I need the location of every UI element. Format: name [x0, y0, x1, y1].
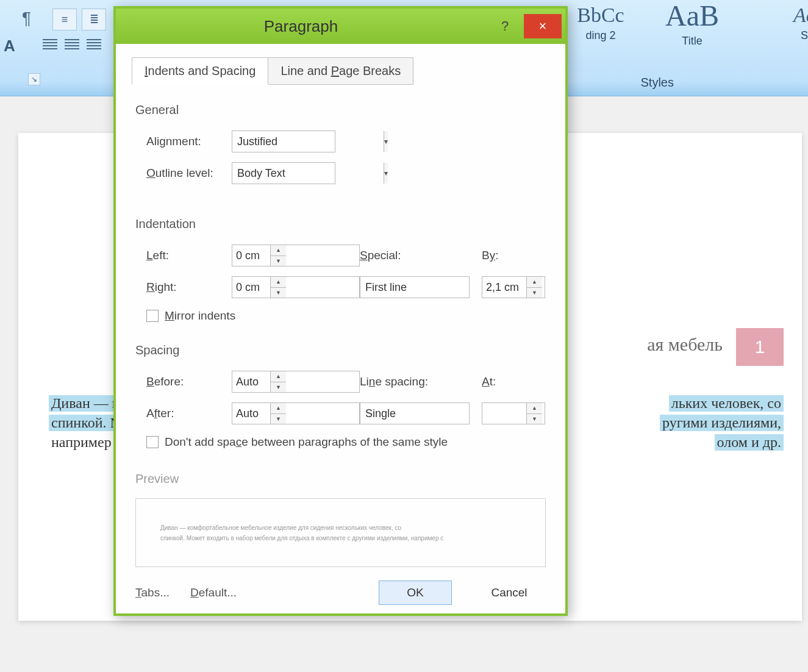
- ok-button[interactable]: OK: [379, 581, 452, 605]
- spin-up-icon[interactable]: ▲: [271, 245, 286, 256]
- row-outline: Outline level: ▾: [146, 162, 549, 184]
- titlebar[interactable]: Paragraph ? ×: [116, 9, 565, 44]
- by-label: By:: [482, 249, 498, 262]
- spin-up-icon[interactable]: ▲: [527, 403, 542, 414]
- indent-left-spin[interactable]: ▲▼: [232, 245, 360, 266]
- chevron-down-icon[interactable]: ▾: [384, 131, 388, 152]
- chevron-down-icon[interactable]: ▾: [384, 163, 388, 184]
- row-indent-right: Right: ▲▼ ▾ ▲▼: [146, 276, 549, 298]
- at-value[interactable]: [482, 403, 526, 424]
- spin-up-icon[interactable]: ▲: [527, 277, 542, 288]
- close-icon: ×: [539, 18, 547, 34]
- section-preview-title: Preview: [135, 472, 549, 486]
- numbering-icon[interactable]: ≣: [82, 9, 106, 30]
- spin-down-icon[interactable]: ▼: [527, 414, 542, 424]
- heading-text-fragment: ая мебель: [647, 334, 723, 355]
- styles-group-caption: Styles: [641, 76, 674, 90]
- align-left-icon[interactable]: [43, 39, 57, 51]
- line-spacing-combo[interactable]: ▾: [360, 402, 470, 424]
- tab-label: Indents and Spacing: [145, 64, 256, 77]
- help-icon: ?: [501, 18, 509, 34]
- preview-line: спинкой. Может входить в набор мебели дл…: [160, 535, 521, 542]
- section-spacing-title: Spacing: [135, 343, 549, 357]
- font-color-icon[interactable]: A: [4, 37, 15, 55]
- tab-indents-spacing[interactable]: Indents and Spacing: [132, 57, 268, 85]
- style-heading2[interactable]: BbCc ding 2: [564, 4, 637, 42]
- spin-down-icon[interactable]: ▼: [271, 256, 286, 266]
- dont-add-space-checkbox[interactable]: [146, 436, 159, 448]
- align-right-icon[interactable]: [87, 39, 101, 51]
- paragraph-dialog-launcher-icon[interactable]: ↘: [28, 73, 40, 85]
- outline-combo[interactable]: ▾: [232, 162, 335, 184]
- paragraph-dialog: Paragraph ? × Indents and Spacing Line a…: [113, 6, 568, 616]
- spin-up-icon[interactable]: ▲: [271, 277, 286, 288]
- spin-up-icon[interactable]: ▲: [271, 371, 286, 382]
- dialog-title: Paragraph: [116, 17, 486, 36]
- close-button[interactable]: ×: [524, 14, 562, 38]
- row-spacing-before: Before: ▲▼ Line spacing: At:: [146, 371, 549, 393]
- help-button[interactable]: ?: [486, 14, 524, 38]
- spin-down-icon[interactable]: ▼: [271, 288, 286, 298]
- style-label: ding 2: [564, 29, 637, 42]
- indent-right-label: Right:: [146, 281, 232, 294]
- line-spacing-label: Line spacing:: [360, 375, 428, 388]
- style-label: S: [786, 29, 808, 42]
- style-subtitle[interactable]: Ac S: [786, 4, 808, 42]
- alignment-combo[interactable]: ▾: [232, 130, 335, 152]
- preview-box: Диван — комфортабельное мебельное издели…: [135, 498, 546, 567]
- dont-add-space-label: Don't add space between paragraphs of th…: [165, 435, 448, 449]
- tabs-button[interactable]: Tabs...: [135, 581, 170, 605]
- spin-down-icon[interactable]: ▼: [527, 288, 542, 298]
- indent-right-spin[interactable]: ▲▼: [232, 276, 360, 298]
- after-spin[interactable]: ▲▼: [232, 402, 360, 424]
- spin-down-icon[interactable]: ▼: [271, 382, 286, 393]
- button-label: OK: [407, 586, 423, 599]
- special-combo[interactable]: ▾: [360, 276, 470, 298]
- section-general-title: General: [135, 103, 549, 117]
- doc-line-right: ругими изделиями,: [660, 415, 784, 431]
- doc-line-right: льких человек, со: [669, 395, 784, 412]
- before-label: Before:: [146, 375, 232, 388]
- cancel-button[interactable]: Cancel: [473, 581, 546, 605]
- button-label: Default...: [190, 586, 237, 599]
- alignment-label: Alignment:: [146, 135, 232, 148]
- tab-strip: Indents and Spacing Line and Page Breaks: [132, 57, 549, 85]
- after-value[interactable]: [232, 403, 270, 424]
- by-value[interactable]: [482, 277, 526, 298]
- paragraph-mark-icon[interactable]: ¶: [22, 9, 31, 28]
- dont-add-space-row[interactable]: Don't add space between paragraphs of th…: [146, 435, 549, 449]
- button-label: Cancel: [491, 586, 527, 599]
- at-spin[interactable]: ▲▼: [482, 402, 545, 424]
- default-button[interactable]: Default...: [190, 581, 237, 605]
- style-sample: AaB: [656, 0, 729, 32]
- special-label: Special:: [360, 249, 401, 262]
- tab-line-page-breaks[interactable]: Line and Page Breaks: [268, 57, 413, 85]
- row-alignment: Alignment: ▾: [146, 130, 549, 152]
- before-spin[interactable]: ▲▼: [232, 371, 360, 393]
- mirror-indents-row[interactable]: Mirror indents: [146, 309, 549, 323]
- mirror-indents-label: Mirror indents: [165, 309, 235, 323]
- by-spin[interactable]: ▲▼: [482, 276, 545, 298]
- doc-line-right: олом и др.: [715, 434, 784, 451]
- style-sample: Ac: [786, 4, 808, 27]
- button-label: Tabs...: [135, 586, 170, 599]
- section-indentation-title: Indentation: [135, 217, 549, 231]
- mirror-indents-checkbox[interactable]: [146, 310, 159, 322]
- alignment-value[interactable]: [232, 135, 384, 148]
- before-value[interactable]: [232, 371, 270, 392]
- row-indent-left: Left: ▲▼ Special: By:: [146, 245, 549, 266]
- preview-line: Диван — комфортабельное мебельное издели…: [160, 524, 521, 531]
- indent-left-label: Left:: [146, 249, 232, 262]
- dialog-body: Indents and Spacing Line and Page Breaks…: [116, 44, 565, 613]
- align-center-icon[interactable]: [65, 39, 79, 51]
- align-icons[interactable]: [43, 39, 101, 51]
- spin-up-icon[interactable]: ▲: [271, 403, 286, 414]
- spin-down-icon[interactable]: ▼: [271, 414, 286, 424]
- indent-left-value[interactable]: [232, 245, 270, 266]
- tab-label: Line and Page Breaks: [281, 64, 401, 77]
- style-title[interactable]: AaB Title: [656, 0, 729, 48]
- heading-number-chip: 1: [736, 328, 784, 366]
- bullets-icon[interactable]: ≡: [52, 9, 77, 30]
- indent-right-value[interactable]: [232, 277, 270, 298]
- outline-value[interactable]: [232, 167, 384, 180]
